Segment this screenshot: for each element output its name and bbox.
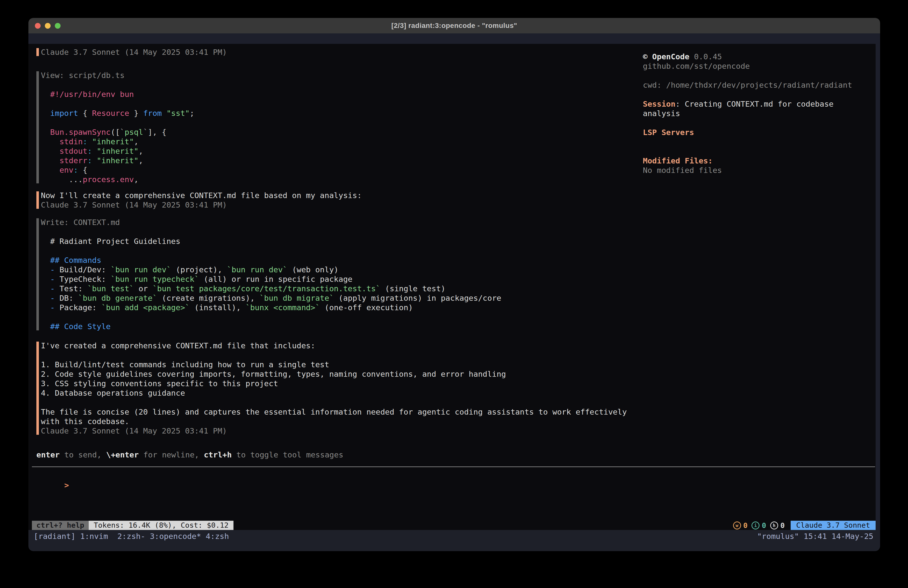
help-shortcut: ctrl+? help xyxy=(32,521,89,530)
text-segment: `bun run dev` xyxy=(111,265,171,274)
sidebar-line xyxy=(643,137,872,147)
text-segment: © OpenCode xyxy=(643,52,689,61)
chat-line: # Radiant Project Guidelines xyxy=(41,237,501,246)
text-segment: (install), xyxy=(190,303,245,312)
tool-output-block: View: script/db.ts #!/usr/bin/env bun im… xyxy=(36,71,194,184)
text-segment: cwd: /home/thdxr/dev/projects/radiant/ra… xyxy=(643,81,852,89)
text-segment: process.env xyxy=(83,175,134,184)
chat-line: Now I'll create a comprehensive CONTEXT.… xyxy=(41,191,362,200)
text-segment: "sst" xyxy=(162,109,190,118)
text-segment: Claude 3.7 Sonnet (14 May 2025 03:41 PM) xyxy=(41,200,227,209)
chat-line xyxy=(41,227,501,237)
keybinding-hints: enter to send, \+enter for newline, ctrl… xyxy=(36,450,343,459)
text-segment: 2. Code style guidelines covering import… xyxy=(41,369,506,379)
text-segment: : Creating CONTEXT.md for codebase xyxy=(676,100,834,108)
info-counter-value: 0 xyxy=(762,521,766,530)
chat-line xyxy=(41,398,627,407)
text-segment: # Radiant Project Guidelines xyxy=(41,237,180,246)
text-segment: github.com/sst/opencode xyxy=(643,61,750,71)
minimize-button[interactable] xyxy=(45,23,51,29)
text-segment: DB: xyxy=(60,293,78,303)
text-segment: , xyxy=(138,147,143,155)
text-segment: (single test) xyxy=(380,284,445,293)
text-segment: Modified Files: xyxy=(643,156,713,165)
text-segment: ` xyxy=(143,127,148,137)
text-segment: 1. Build/lint/test commands including ho… xyxy=(41,360,329,369)
tmux-host-clock: "romulus" 15:41 14-May-25 xyxy=(757,532,873,541)
text-segment: - xyxy=(41,293,60,303)
sidebar-line xyxy=(643,118,872,127)
chat-line xyxy=(41,118,194,127)
text-segment: 3. CSS styling conventions specific to t… xyxy=(41,379,278,388)
text-segment: LSP Servers xyxy=(643,128,694,137)
text-segment: with this codebase. xyxy=(41,417,129,426)
text-segment: Session xyxy=(643,100,676,108)
message-input[interactable]: > xyxy=(36,471,69,480)
chat-line: Claude 3.7 Sonnet (14 May 2025 03:41 PM) xyxy=(41,47,227,57)
text-segment: (project), xyxy=(171,265,227,274)
text-segment: "inherit" xyxy=(92,156,138,165)
sidebar-line: No modified files xyxy=(643,166,872,175)
zoom-button[interactable] xyxy=(55,23,61,29)
warnings-counter: w0 xyxy=(733,521,747,530)
text-segment: \+enter xyxy=(106,450,139,459)
chat-line: Claude 3.7 Sonnet (14 May 2025 03:41 PM) xyxy=(41,426,627,435)
block-accent-bar xyxy=(36,48,39,56)
chat-line: The file is concise (20 lines) and captu… xyxy=(41,407,627,417)
sidebar-line: github.com/sst/opencode xyxy=(643,61,872,71)
text-segment: : xyxy=(87,156,92,165)
chat-line: Write: CONTEXT.md xyxy=(41,217,501,227)
text-segment: Build/Dev: xyxy=(60,265,111,274)
text-segment: { xyxy=(78,166,87,174)
text-segment: psql xyxy=(125,127,143,137)
chat-line: stderr: "inherit", xyxy=(41,156,194,165)
window-titlebar[interactable]: [2/3] radiant:3:opencode - "romulus" xyxy=(28,18,880,34)
chat-line: Bun.spawnSync([`psql`], { xyxy=(41,127,194,137)
text-segment: `bun db generate` xyxy=(78,293,157,303)
close-button[interactable] xyxy=(35,23,40,29)
text-segment: } xyxy=(129,109,143,118)
info-counter-icon: i xyxy=(752,522,760,530)
text-segment: to toggle tool messages xyxy=(232,450,343,459)
text-segment: `bun test packages/core/test/transaction… xyxy=(153,284,380,293)
chat-line: import { Resource } from "sst"; xyxy=(41,108,194,118)
chat-line: #!/usr/bin/env bun xyxy=(41,89,194,99)
text-segment: ctrl+h xyxy=(204,450,232,459)
text-segment: The file is concise (20 lines) and captu… xyxy=(41,408,627,416)
scrollbar-gutter xyxy=(876,33,880,530)
text-segment: I've created a comprehensive CONTEXT.md … xyxy=(41,341,315,350)
diagnostic-counters: w0i0h0 xyxy=(733,521,785,530)
text-segment: - xyxy=(41,284,60,293)
chat-line: - Test: `bun test` or `bun test packages… xyxy=(41,284,501,293)
tool-output-block: Write: CONTEXT.md # Radiant Project Guid… xyxy=(36,217,501,331)
sidebar-line xyxy=(643,147,872,156)
window-title: [2/3] radiant:3:opencode - "romulus" xyxy=(391,22,517,30)
text-segment: from xyxy=(143,109,162,118)
sidebar-line: analysis xyxy=(643,109,872,118)
sidebar-line: cwd: /home/thdxr/dev/projects/radiant/ra… xyxy=(643,80,872,90)
text-segment: : xyxy=(87,147,92,155)
chat-line xyxy=(41,99,194,108)
block-accent-bar xyxy=(36,191,39,209)
sidebar-line: Modified Files: xyxy=(643,156,872,166)
text-segment: (all) or run in specific package xyxy=(199,275,353,284)
chat-line xyxy=(41,312,501,322)
text-segment: (apply migrations) in packages/core xyxy=(334,293,501,303)
text-segment: 0.0.45 xyxy=(689,52,722,61)
chat-line: stdout: "inherit", xyxy=(41,146,194,156)
text-segment: Claude 3.7 Sonnet (14 May 2025 03:41 PM) xyxy=(41,48,227,56)
terminal-top-padding xyxy=(28,33,880,44)
text-segment: TypeCheck: xyxy=(60,275,111,284)
text-segment: `bun run dev` xyxy=(227,265,288,274)
text-segment: - xyxy=(41,265,60,274)
chat-line: ## Code Style xyxy=(41,322,501,331)
text-segment: { xyxy=(78,109,92,118)
prompt-symbol: > xyxy=(64,481,69,490)
text-segment: enter xyxy=(36,450,60,459)
text-segment: - xyxy=(41,275,60,284)
session-sidebar: © OpenCode 0.0.45github.com/sst/opencode… xyxy=(643,52,872,175)
text-segment: `bun run typecheck` xyxy=(111,275,199,284)
tmux-session-windows[interactable]: [radiant] 1:nvim 2:zsh- 3:opencode* 4:zs… xyxy=(34,532,229,541)
terminal-window: [2/3] radiant:3:opencode - "romulus" Cla… xyxy=(28,18,880,551)
status-bar: ctrl+? help Tokens: 16.4K (8%), Cost: $0… xyxy=(32,521,876,530)
